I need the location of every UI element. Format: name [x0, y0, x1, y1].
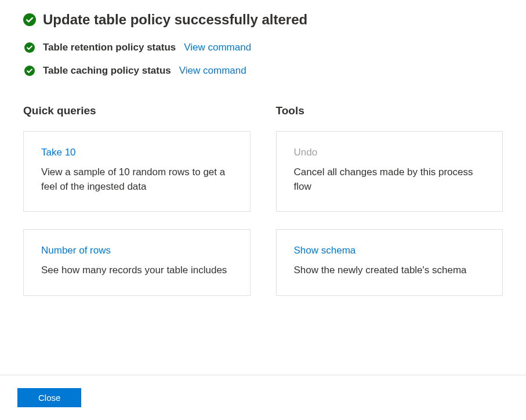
status-row-caching: Table caching policy status View command	[23, 65, 503, 77]
tools-heading: Tools	[276, 104, 503, 117]
quick-queries-heading: Quick queries	[23, 104, 251, 117]
card-title-undo: Undo	[294, 147, 318, 158]
svg-point-2	[24, 66, 35, 76]
columns: Quick queries Take 10 View a sample of 1…	[23, 104, 503, 313]
page-title: Update table policy successfully altered	[43, 12, 307, 28]
check-circle-icon	[24, 42, 35, 53]
status-label: Table caching policy status	[43, 65, 171, 77]
card-desc: Cancel all changes made by this process …	[294, 165, 485, 194]
card-title-number-of-rows[interactable]: Number of rows	[41, 245, 111, 256]
card-take-10[interactable]: Take 10 View a sample of 10 random rows …	[23, 131, 251, 212]
card-desc: See how many records your table includes	[41, 263, 233, 278]
status-row-retention: Table retention policy status View comma…	[23, 42, 503, 53]
svg-point-0	[23, 13, 36, 26]
view-command-link-retention[interactable]: View command	[184, 42, 251, 53]
card-desc: Show the newly created table's schema	[294, 263, 485, 278]
close-button[interactable]: Close	[17, 388, 81, 407]
check-circle-icon	[24, 66, 35, 76]
card-desc: View a sample of 10 random rows to get a…	[41, 165, 233, 194]
status-label: Table retention policy status	[43, 42, 176, 53]
footer: Close	[0, 375, 526, 420]
card-number-of-rows[interactable]: Number of rows See how many records your…	[23, 229, 251, 296]
check-circle-icon	[23, 13, 36, 26]
card-title-take-10[interactable]: Take 10	[41, 147, 76, 158]
tools-column: Tools Undo Cancel all changes made by th…	[276, 104, 503, 313]
svg-point-1	[24, 42, 35, 53]
card-undo: Undo Cancel all changes made by this pro…	[276, 131, 503, 212]
view-command-link-caching[interactable]: View command	[179, 65, 246, 77]
card-show-schema[interactable]: Show schema Show the newly created table…	[276, 229, 503, 296]
card-title-show-schema[interactable]: Show schema	[294, 245, 356, 256]
quick-queries-column: Quick queries Take 10 View a sample of 1…	[23, 104, 251, 313]
header-row: Update table policy successfully altered	[23, 12, 503, 28]
